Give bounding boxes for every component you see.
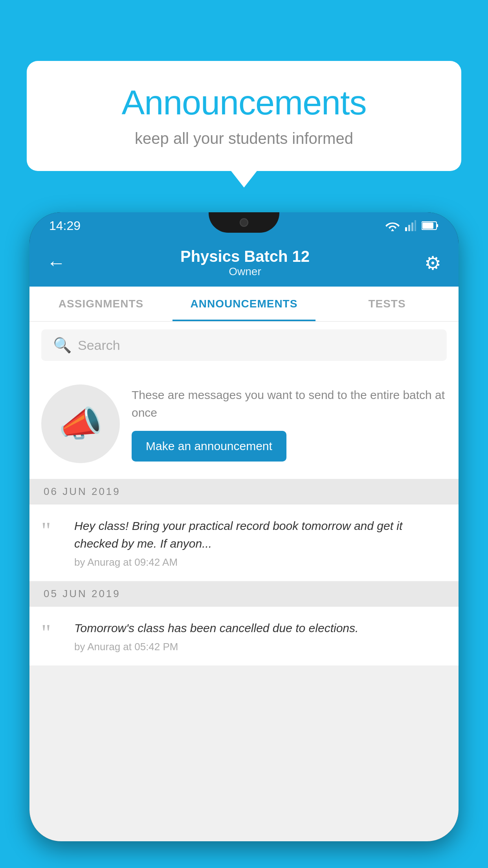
promo-text: These are messages you want to send to t… <box>132 386 447 421</box>
svg-rect-6 <box>437 224 438 227</box>
phone-frame: 14:29 <box>29 212 459 841</box>
announcement-item-2[interactable]: " Tomorrow's class has been cancelled du… <box>29 607 459 666</box>
search-icon: 🔍 <box>53 337 72 354</box>
quote-icon-2: " <box>41 621 65 644</box>
phone-screen: 🔍 Search 📣 These are messages you want t… <box>29 322 459 841</box>
announcement-text-2: Tomorrow's class has been cancelled due … <box>74 619 447 637</box>
quote-icon-1: " <box>41 519 65 542</box>
header-center: Physics Batch 12 Owner <box>180 248 310 278</box>
app-header: ← Physics Batch 12 Owner ⚙ <box>29 239 459 287</box>
svg-rect-5 <box>422 223 433 229</box>
phone-mockup: 14:29 <box>29 212 459 868</box>
phone-inner-frame: 🔍 Search 📣 These are messages you want t… <box>29 322 459 841</box>
make-announcement-button[interactable]: Make an announcement <box>132 431 286 462</box>
promo-area: 📣 These are messages you want to send to… <box>29 369 459 479</box>
wifi-icon <box>385 220 400 231</box>
battery-icon <box>422 220 439 231</box>
promo-right: These are messages you want to send to t… <box>132 386 447 462</box>
svg-rect-0 <box>405 227 407 231</box>
notch <box>209 212 279 233</box>
settings-icon[interactable]: ⚙ <box>424 252 441 274</box>
batch-title: Physics Batch 12 <box>180 248 310 265</box>
announcement-meta-1: by Anurag at 09:42 AM <box>74 556 447 568</box>
bubble-title: Announcements <box>50 83 438 123</box>
announcement-text-1: Hey class! Bring your practical record b… <box>74 517 447 552</box>
announcement-content-2: Tomorrow's class has been cancelled due … <box>74 619 447 653</box>
back-button[interactable]: ← <box>47 254 66 272</box>
date-separator-2: 05 JUN 2019 <box>29 581 459 607</box>
megaphone-icon: 📣 <box>59 403 103 445</box>
svg-rect-3 <box>415 220 416 231</box>
search-container: 🔍 Search <box>29 322 459 369</box>
announcement-meta-2: by Anurag at 05:42 PM <box>74 641 447 653</box>
status-icons <box>385 220 439 231</box>
megaphone-circle: 📣 <box>41 384 120 463</box>
date-separator-1: 06 JUN 2019 <box>29 479 459 504</box>
status-bar: 14:29 <box>29 212 459 239</box>
tab-tests[interactable]: TESTS <box>316 287 459 321</box>
svg-rect-1 <box>408 225 410 231</box>
search-bar[interactable]: 🔍 Search <box>41 329 447 361</box>
speech-bubble-section: Announcements keep all your students inf… <box>27 61 461 171</box>
owner-label: Owner <box>180 265 310 278</box>
announcement-item-1[interactable]: " Hey class! Bring your practical record… <box>29 504 459 581</box>
camera-dot <box>240 218 248 227</box>
announcement-content-1: Hey class! Bring your practical record b… <box>74 517 447 568</box>
status-time: 14:29 <box>49 219 81 233</box>
speech-bubble: Announcements keep all your students inf… <box>27 61 461 171</box>
tabs-bar: ASSIGNMENTS ANNOUNCEMENTS TESTS <box>29 287 459 322</box>
svg-rect-2 <box>411 223 413 231</box>
tab-assignments[interactable]: ASSIGNMENTS <box>29 287 172 321</box>
tab-announcements[interactable]: ANNOUNCEMENTS <box>172 287 316 321</box>
search-placeholder: Search <box>78 338 120 353</box>
signal-icon <box>405 220 416 231</box>
bubble-subtitle: keep all your students informed <box>50 130 438 147</box>
